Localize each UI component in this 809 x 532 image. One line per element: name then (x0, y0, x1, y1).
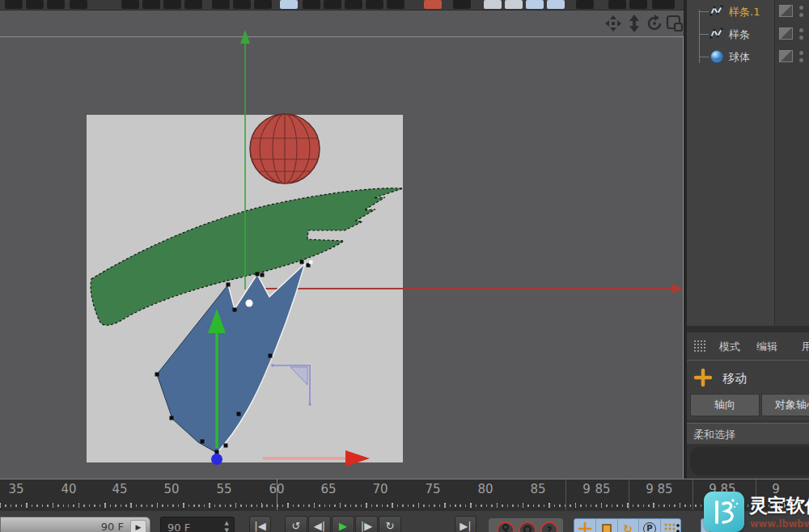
slider-play-icon[interactable]: ▶ (130, 520, 146, 532)
key-scale-icon[interactable] (599, 521, 614, 532)
panel-body (687, 444, 809, 479)
visibility-dot-render[interactable] (799, 58, 803, 62)
watermark-url: www.lbwbw.com (750, 518, 809, 530)
spline-point-white[interactable] (309, 260, 313, 264)
spinner-down-icon[interactable]: ▼ (225, 527, 229, 532)
panel-menubar: 模式 编辑 用户数据 (687, 332, 809, 361)
menu-edit[interactable]: 编辑 (756, 340, 777, 354)
toolbar-button[interactable] (576, 0, 594, 9)
viewport[interactable] (0, 11, 684, 479)
toolbar-button[interactable] (121, 0, 139, 9)
toolbar-button[interactable] (254, 0, 272, 9)
ruler-label: 9 (582, 482, 591, 496)
toolbar-button-active[interactable] (526, 0, 544, 9)
toolbar-button-active[interactable] (280, 0, 298, 9)
visibility-dot-editor[interactable] (799, 6, 803, 10)
sphere-icon[interactable] (709, 49, 724, 64)
timeline: 35 40 45 50 55 60 65 70 75 80 85 9 85 9 … (0, 479, 809, 532)
toolbar-button[interactable] (47, 0, 65, 9)
spline-icon[interactable] (709, 27, 724, 41)
object-label[interactable]: 球体 (729, 50, 750, 65)
ruler-label: 45 (112, 482, 127, 496)
tab-object-axis[interactable]: 对象轴心 (761, 394, 809, 416)
current-frame-field[interactable]: 90 F ▲ ▼ (160, 517, 235, 532)
gizmo-origin[interactable] (211, 454, 222, 465)
next-key-button[interactable]: |▶ (355, 516, 378, 532)
toolbar-button[interactable] (652, 0, 675, 9)
frame-range-slider[interactable]: 90 F ▶ (0, 517, 150, 532)
spline-icon[interactable] (709, 4, 724, 19)
toolbar-button[interactable] (26, 0, 44, 9)
toolbar-button[interactable] (424, 0, 442, 9)
loop-fwd-button[interactable]: ↻ (379, 516, 401, 532)
menu-user-data[interactable]: 用户数据 (802, 340, 809, 354)
ruler-label: 55 (216, 482, 231, 496)
toolbar-button[interactable] (5, 0, 23, 9)
frame-ruler[interactable]: 35 40 45 50 55 60 65 70 75 80 85 9 85 9 … (0, 479, 809, 511)
menu-mode[interactable]: 模式 (719, 340, 740, 354)
key-position-icon[interactable] (578, 521, 592, 532)
active-tool-label: 移动 (722, 371, 747, 386)
move-cross-icon (693, 368, 713, 387)
collapsed-row[interactable] (690, 446, 809, 475)
ruler-ticks (0, 502, 809, 509)
sphere-object[interactable] (250, 114, 320, 184)
keying-options-tray: ↻ P (574, 518, 681, 532)
goto-end-button[interactable]: ▶| (455, 516, 477, 532)
visibility-dot-render[interactable] (799, 13, 803, 17)
toolbar-button[interactable] (142, 0, 160, 9)
object-row-sphere[interactable]: 球体 (687, 45, 809, 68)
record-tray: ? (489, 518, 563, 532)
toolbar-button[interactable] (505, 0, 523, 9)
toolbar-button[interactable] (324, 0, 341, 9)
toolbar-button[interactable] (484, 0, 502, 9)
tab-axis[interactable]: 轴向 (690, 394, 760, 416)
loop-back-button[interactable]: ↺ (285, 516, 307, 532)
ruler-label: 85 (657, 482, 672, 496)
toolbar-button[interactable] (184, 0, 202, 9)
selected-point[interactable] (246, 300, 253, 307)
visibility-dot-editor[interactable] (799, 51, 803, 55)
visibility-dot-render[interactable] (799, 36, 803, 40)
right-panel: 样条.1 样条 球体 (684, 0, 809, 479)
panel-separator[interactable] (687, 326, 809, 332)
ruler-label: 70 (372, 482, 388, 496)
toolbar-button[interactable] (163, 0, 181, 9)
toolbar-button[interactable] (212, 0, 230, 9)
toolbar-button[interactable] (608, 0, 626, 9)
layer-swatch[interactable] (779, 5, 793, 17)
key-pla-icon[interactable] (663, 521, 678, 532)
record-keyframe-button[interactable] (497, 521, 515, 532)
toolbar-button[interactable] (453, 0, 471, 9)
scene-canvas[interactable] (0, 11, 684, 479)
prev-key-button[interactable]: ◀| (308, 516, 331, 532)
ruler-label: 35 (8, 482, 23, 496)
object-row-spline1[interactable]: 样条.1 (687, 0, 809, 23)
toolbar-button[interactable] (233, 0, 251, 9)
toolbar-button[interactable] (629, 0, 647, 9)
object-row-spline[interactable]: 样条 (687, 23, 809, 45)
section-soft-selection[interactable]: 柔和选择 (687, 423, 809, 444)
toolbar-button-active[interactable] (547, 0, 565, 9)
layer-swatch[interactable] (779, 27, 793, 40)
coordinates-panel: 模式 编辑 用户数据 移动 轴向 对象轴心 柔和选择 (687, 332, 809, 479)
toolbar-button[interactable] (366, 0, 383, 9)
autokey-button[interactable] (519, 521, 536, 532)
toolbar-button[interactable] (303, 0, 320, 9)
object-label[interactable]: 样条.1 (729, 5, 760, 19)
grip-dots-icon[interactable] (693, 340, 706, 353)
visibility-dot-editor[interactable] (799, 28, 803, 32)
ruler-label: 50 (163, 482, 179, 496)
keyframe-options-button[interactable]: ? (540, 521, 558, 532)
object-label[interactable]: 样条 (729, 27, 750, 42)
key-parameter-icon[interactable]: P (642, 521, 657, 532)
key-rotation-icon[interactable]: ↻ (621, 521, 635, 532)
toolbar-button[interactable] (345, 0, 362, 9)
layer-swatch[interactable] (779, 50, 793, 62)
toolbar-button[interactable] (70, 0, 87, 9)
goto-start-button[interactable]: |◀ (249, 516, 271, 532)
toolbar-button[interactable] (387, 0, 404, 9)
spinner-up-icon[interactable]: ▲ (225, 520, 229, 526)
play-button[interactable]: ▶ (332, 516, 354, 532)
watermark: 灵宝软件 www.lbwbw.com (697, 487, 809, 532)
